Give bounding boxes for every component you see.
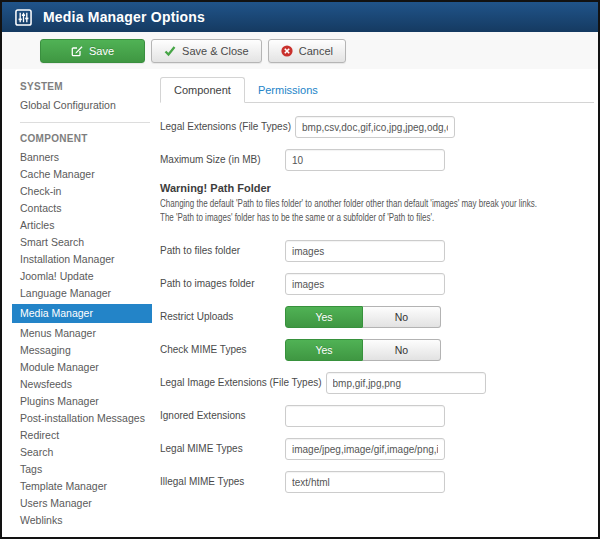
warning-text-line: Changing the default 'Path to files fold… bbox=[160, 197, 507, 211]
field-label-path-to-images-folder: Path to images folder bbox=[160, 273, 285, 290]
field-label-illegal-mime-types: Illegal MIME Types bbox=[160, 471, 285, 488]
toggle-option-check-mime-types-no[interactable]: No bbox=[363, 339, 441, 361]
sidebar-item-global-configuration[interactable]: Global Configuration bbox=[2, 97, 152, 114]
sidebar-item-tags[interactable]: Tags bbox=[2, 461, 152, 478]
form-row-legal-image-extensions-file-types: Legal Image Extensions (File Types) bbox=[160, 372, 594, 394]
toggle-check-mime-types: YesNo bbox=[285, 339, 441, 361]
field-label-legal-mime-types: Legal MIME Types bbox=[160, 438, 285, 455]
options-form: Legal Extensions (File Types)Maximum Siz… bbox=[160, 116, 594, 493]
sidebar-item-menus-manager[interactable]: Menus Manager bbox=[2, 325, 152, 342]
input-legal-image-extensions-file-types[interactable] bbox=[326, 372, 486, 394]
sidebar-item-plugins-manager[interactable]: Plugins Manager bbox=[2, 393, 152, 410]
input-legal-mime-types[interactable] bbox=[285, 438, 445, 460]
warning-path-folder: Warning! Path FolderChanging the default… bbox=[160, 182, 594, 225]
app-window: Media Manager Options Save Save & Close bbox=[0, 0, 600, 539]
save-button-label: Save bbox=[89, 45, 114, 57]
sidebar-nav: SYSTEMGlobal ConfigurationCOMPONENTBanne… bbox=[2, 69, 152, 537]
form-row-check-mime-types: Check MIME TypesYesNo bbox=[160, 339, 594, 361]
sidebar-item-check-in[interactable]: Check-in bbox=[2, 183, 152, 200]
sidebar-item-module-manager[interactable]: Module Manager bbox=[2, 359, 152, 376]
form-row-legal-extensions-file-types: Legal Extensions (File Types) bbox=[160, 116, 594, 138]
sidebar-item-smart-search[interactable]: Smart Search bbox=[2, 234, 152, 251]
field-label-maximum-size-in-mb: Maximum Size (in MB) bbox=[160, 149, 285, 166]
field-label-check-mime-types: Check MIME Types bbox=[160, 339, 285, 356]
sidebar-item-installation-manager[interactable]: Installation Manager bbox=[2, 251, 152, 268]
form-row-path-to-images-folder: Path to images folder bbox=[160, 273, 594, 295]
sidebar-item-post-installation-messages[interactable]: Post-installation Messages bbox=[2, 410, 152, 427]
input-legal-extensions-file-types[interactable] bbox=[295, 116, 455, 138]
warning-text-line: The 'Path to images' folder has to be th… bbox=[160, 211, 507, 225]
form-row-maximum-size-in-mb: Maximum Size (in MB) bbox=[160, 149, 594, 171]
main-panel: Component Permissions Legal Extensions (… bbox=[152, 69, 598, 537]
options-sliders-icon bbox=[15, 9, 32, 26]
sidebar-divider bbox=[20, 122, 150, 123]
sidebar-item-weblinks[interactable]: Weblinks bbox=[2, 512, 152, 529]
input-path-to-files-folder[interactable] bbox=[285, 240, 445, 262]
sidebar-item-users-manager[interactable]: Users Manager bbox=[2, 495, 152, 512]
sidebar-section-component: COMPONENT bbox=[2, 125, 152, 149]
sidebar-item-media-manager[interactable]: Media Manager bbox=[12, 304, 152, 323]
form-row-restrict-uploads: Restrict UploadsYesNo bbox=[160, 306, 594, 328]
page-title: Media Manager Options bbox=[43, 9, 205, 25]
input-path-to-images-folder[interactable] bbox=[285, 273, 445, 295]
sidebar-item-redirect[interactable]: Redirect bbox=[2, 427, 152, 444]
check-icon bbox=[164, 45, 176, 57]
sidebar-item-search[interactable]: Search bbox=[2, 444, 152, 461]
toggle-option-restrict-uploads-no[interactable]: No bbox=[363, 306, 441, 328]
tab-bar: Component Permissions bbox=[160, 77, 594, 103]
field-label-restrict-uploads: Restrict Uploads bbox=[160, 306, 285, 323]
form-row-legal-mime-types: Legal MIME Types bbox=[160, 438, 594, 460]
form-row-illegal-mime-types: Illegal MIME Types bbox=[160, 471, 594, 493]
tab-permissions[interactable]: Permissions bbox=[245, 78, 331, 102]
sidebar-item-cache-manager[interactable]: Cache Manager bbox=[2, 166, 152, 183]
field-label-path-to-files-folder: Path to files folder bbox=[160, 240, 285, 257]
sidebar-item-contacts[interactable]: Contacts bbox=[2, 200, 152, 217]
form-row-path-to-files-folder: Path to files folder bbox=[160, 240, 594, 262]
sidebar-item-joomla-update[interactable]: Joomla! Update bbox=[2, 268, 152, 285]
save-pencil-icon bbox=[71, 45, 83, 57]
title-bar: Media Manager Options bbox=[2, 2, 598, 32]
content-area: SYSTEMGlobal ConfigurationCOMPONENTBanne… bbox=[2, 69, 598, 537]
form-row-ignored-extensions: Ignored Extensions bbox=[160, 405, 594, 427]
toggle-restrict-uploads: YesNo bbox=[285, 306, 441, 328]
sidebar-section-system: SYSTEM bbox=[2, 73, 152, 97]
field-label-ignored-extensions: Ignored Extensions bbox=[160, 405, 285, 422]
save-close-button-label: Save & Close bbox=[182, 45, 249, 57]
input-maximum-size-in-mb[interactable] bbox=[285, 149, 445, 171]
toolbar: Save Save & Close Cancel bbox=[2, 32, 598, 69]
sidebar-item-banners[interactable]: Banners bbox=[2, 149, 152, 166]
tab-component[interactable]: Component bbox=[160, 77, 245, 103]
cancel-button[interactable]: Cancel bbox=[268, 39, 346, 63]
input-ignored-extensions[interactable] bbox=[285, 405, 445, 427]
sidebar-item-messaging[interactable]: Messaging bbox=[2, 342, 152, 359]
toggle-option-check-mime-types-yes[interactable]: Yes bbox=[285, 339, 363, 361]
cancel-x-icon bbox=[281, 45, 293, 57]
save-close-button[interactable]: Save & Close bbox=[151, 39, 262, 63]
save-button[interactable]: Save bbox=[40, 39, 145, 63]
sidebar-item-template-manager[interactable]: Template Manager bbox=[2, 478, 152, 495]
sidebar-item-newsfeeds[interactable]: Newsfeeds bbox=[2, 376, 152, 393]
sidebar-item-articles[interactable]: Articles bbox=[2, 217, 152, 234]
input-illegal-mime-types[interactable] bbox=[285, 471, 445, 493]
toggle-option-restrict-uploads-yes[interactable]: Yes bbox=[285, 306, 363, 328]
field-label-legal-extensions-file-types: Legal Extensions (File Types) bbox=[160, 116, 295, 133]
field-label-legal-image-extensions-file-types: Legal Image Extensions (File Types) bbox=[160, 372, 326, 389]
warning-title: Warning! Path Folder bbox=[160, 182, 594, 194]
sidebar-item-language-manager[interactable]: Language Manager bbox=[2, 285, 152, 302]
cancel-button-label: Cancel bbox=[299, 45, 333, 57]
